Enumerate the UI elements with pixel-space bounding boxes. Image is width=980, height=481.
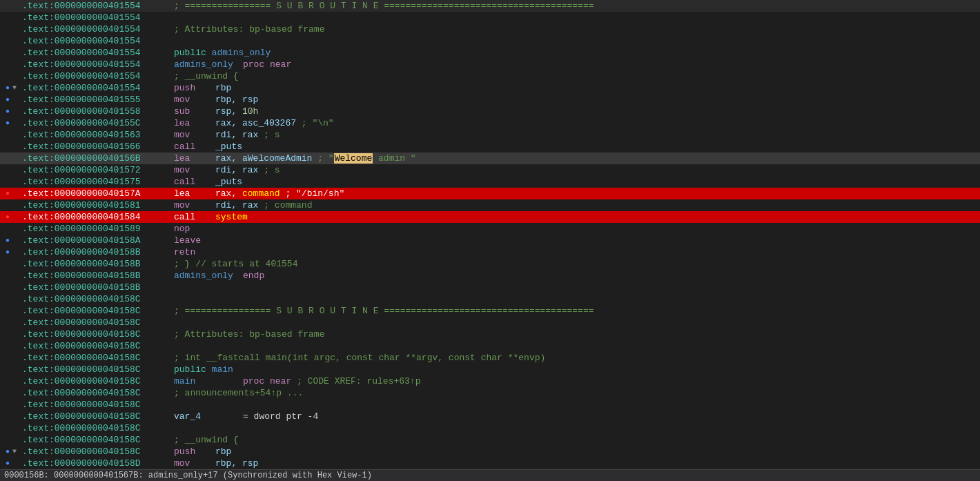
table-row[interactable]: .text:000000000040158C; ================… [0,305,980,317]
line-content: learax, asc_403267 ; "\n" [174,118,334,128]
table-row[interactable]: .text:000000000040158C ; announcements+5… [0,387,980,399]
code-address: .text:0000000000401554 [22,36,174,46]
breakpoint-indicator [3,258,12,270]
table-row[interactable]: .text:0000000000401581movrdi, rax ; comm… [0,199,980,211]
breakpoint-indicator [3,70,12,82]
breakpoint-indicator [3,47,12,59]
line-content: mainproc near ; CODE XREF: rules+63↑p [174,376,420,386]
table-row[interactable]: .text:000000000040158C; __unwind { [0,434,980,446]
table-row[interactable]: .text:0000000000401554 [0,35,980,47]
table-row[interactable]: .text:0000000000401566call_puts [0,141,980,153]
disassembly-view[interactable]: .text:0000000000401554; ================… [0,0,980,469]
table-row[interactable]: ● .text:000000000040158Dmovrbp, rsp [0,458,980,469]
breakpoint-indicator [3,399,12,411]
breakpoint-indicator [3,293,12,305]
line-content: var_4= dword ptr -4 [174,411,318,422]
code-address: .text:000000000040158C [22,306,174,316]
breakpoint-indicator [3,176,12,188]
table-row[interactable]: ● .text:000000000040158Aleave [0,235,980,246]
table-row[interactable]: .text:000000000040158C; int __fastcall m… [0,352,980,364]
code-address: .text:000000000040155C [22,118,174,128]
expand-arrow[interactable]: ▼ [12,84,22,92]
table-row[interactable]: .text:000000000040158C [0,340,980,352]
line-content: subrsp, 10h [174,106,258,117]
table-row[interactable]: .text:0000000000401575call_puts [0,176,980,188]
code-address: .text:000000000040158B [22,247,174,257]
table-row[interactable]: ● .text:000000000040155Clearax, asc_4032… [0,117,980,129]
line-content: movrdi, rax ; s [174,165,280,175]
table-row[interactable]: .text:000000000040158C [0,399,980,411]
line-content: public admins_only [174,48,271,58]
table-row[interactable]: .text:0000000000401554public admins_only [0,47,980,59]
table-row[interactable]: ● .text:000000000040157Alearax, command … [0,188,980,199]
breakpoint-indicator [3,317,12,328]
table-row[interactable]: .text:000000000040158Cmainproc near ; CO… [0,375,980,387]
breakpoint-indicator [3,59,12,70]
breakpoint-indicator [3,141,12,153]
table-row[interactable]: .text:000000000040158B [0,282,980,293]
line-content: public main [174,364,233,375]
table-row[interactable]: .text:0000000000401563movrdi, rax ; s [0,129,980,141]
table-row[interactable]: ● .text:0000000000401584callsystem [0,211,980,223]
table-row[interactable]: .text:0000000000401554; __unwind { [0,70,980,82]
line-content: ; announcements+54↑p ... [174,388,303,398]
line-content: retn [174,247,215,257]
breakpoint-indicator [3,35,12,47]
table-row[interactable]: .text:0000000000401554; ================… [0,0,980,12]
table-row[interactable]: .text:0000000000401554 [0,12,980,23]
table-row[interactable]: .text:0000000000401572movrdi, rax ; s [0,164,980,176]
code-address: .text:000000000040158C [22,294,174,304]
table-row[interactable]: .text:0000000000401589nop [0,223,980,235]
code-address: .text:000000000040158C [22,364,174,375]
code-address: .text:0000000000401566 [22,141,174,152]
table-row[interactable]: ●▼.text:0000000000401554pushrbp [0,82,980,94]
code-address: .text:0000000000401554 [22,83,174,93]
code-address: .text:0000000000401572 [22,165,174,175]
table-row[interactable]: .text:0000000000401554; Attributes: bp-b… [0,23,980,35]
breakpoint-indicator [3,422,12,434]
code-address: .text:0000000000401554 [22,1,174,11]
line-content: ; ================ S U B R O U T I N E =… [174,1,594,11]
breakpoint-indicator [3,340,12,352]
code-address: .text:000000000040158C [22,376,174,386]
table-row[interactable]: .text:000000000040158C [0,422,980,434]
line-content: call_puts [174,177,242,187]
line-content: ; Attributes: bp-based frame [174,329,324,340]
breakpoint-indicator [3,164,12,176]
breakpoint-indicator [3,199,12,211]
table-row[interactable]: .text:000000000040158Badmins_onlyendp [0,270,980,282]
line-content: movrbp, rsp [174,458,258,469]
breakpoint-indicator [3,23,12,35]
code-address: .text:000000000040158C [22,341,174,351]
line-content: call_puts [174,141,242,152]
table-row[interactable]: ● .text:0000000000401558subrsp, 10h [0,106,980,117]
code-address: .text:000000000040158B [22,271,174,281]
table-row[interactable]: .text:000000000040158Cpublic main [0,364,980,375]
line-content: movrdi, rax ; s [174,130,280,140]
table-row[interactable]: ●▼.text:000000000040158Cpushrbp [0,446,980,458]
breakpoint-indicator: ● [3,458,12,469]
breakpoint-indicator: ● [3,106,12,117]
table-row[interactable]: .text:000000000040158C [0,317,980,328]
breakpoint-indicator [3,129,12,141]
breakpoint-indicator: ● [3,82,12,94]
table-row[interactable]: .text:000000000040156Blearax, aWelcomeAd… [0,153,980,164]
table-row[interactable]: ● .text:000000000040158Bretn [0,246,980,258]
code-address: .text:0000000000401554 [22,24,174,35]
table-row[interactable]: .text:0000000000401554admins_onlyproc ne… [0,59,980,70]
breakpoint-indicator: ● [3,117,12,129]
table-row[interactable]: .text:000000000040158B; } // starts at 4… [0,258,980,270]
table-row[interactable]: .text:000000000040158C [0,293,980,305]
breakpoint-indicator: ● [3,446,12,458]
line-content: ; __unwind { [174,435,239,445]
code-address: .text:000000000040158C [22,388,174,398]
breakpoint-indicator [3,364,12,375]
breakpoint-indicator [3,411,12,422]
table-row[interactable]: .text:000000000040158Cvar_4= dword ptr -… [0,411,980,422]
table-row[interactable]: .text:000000000040158C; Attributes: bp-b… [0,328,980,340]
expand-arrow[interactable]: ▼ [12,448,22,455]
code-address: .text:000000000040158A [22,235,174,246]
breakpoint-indicator [3,270,12,282]
code-address: .text:000000000040158C [22,435,174,445]
table-row[interactable]: ● .text:0000000000401555movrbp, rsp [0,94,980,106]
